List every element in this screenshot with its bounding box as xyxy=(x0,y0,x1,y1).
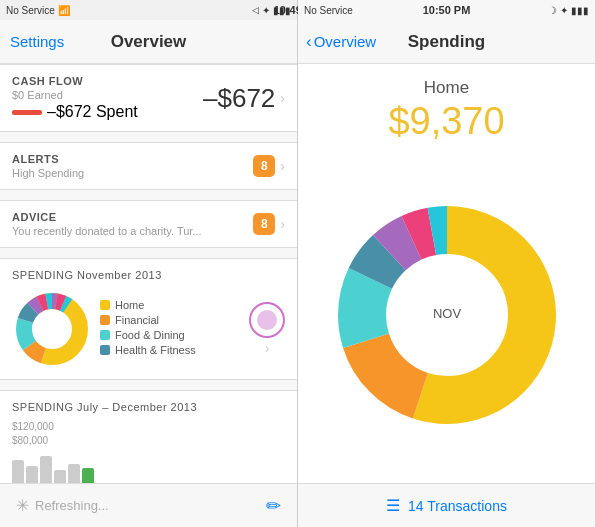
bar-4 xyxy=(54,470,66,483)
time-left: 10:49 PM xyxy=(274,4,298,16)
cash-flow-amount: –$672 xyxy=(203,83,275,114)
legend-home: Home xyxy=(100,299,241,311)
spending-nov-content: Home Financial Food & Dining Health & Fi… xyxy=(12,289,285,369)
alerts-badge: 8 xyxy=(253,155,275,177)
spinner-icon: ✳ xyxy=(16,496,29,515)
status-bar-right: No Service 10:50 PM ☽ ✦ ▮▮▮ xyxy=(298,0,595,20)
refresh-area: ✳ Refreshing... xyxy=(16,496,109,515)
donut-center-label: NOV xyxy=(432,306,461,321)
gap4 xyxy=(0,380,297,390)
cash-flow-title: CASH FLOW xyxy=(12,75,138,87)
legend-dot-financial xyxy=(100,315,110,325)
cash-flow-section[interactable]: CASH FLOW $0 Earned –$672 Spent –$672 › xyxy=(0,64,297,132)
alert-left: ALERTS High Spending xyxy=(12,153,84,179)
category-name: Home xyxy=(388,78,504,98)
bar-2 xyxy=(26,466,38,483)
chevron-right-advice: › xyxy=(280,216,285,232)
spending-jul-section[interactable]: SPENDING July – December 2013 $120,000 $… xyxy=(0,390,297,483)
right-icons-right: ☽ ✦ ▮▮▮ xyxy=(548,5,589,16)
spending-jul-period: July – December 2013 xyxy=(77,401,197,413)
no-service-right: No Service xyxy=(304,5,353,16)
advice-badge: 8 xyxy=(253,213,275,235)
back-label: Overview xyxy=(314,33,377,50)
legend-label-financial: Financial xyxy=(115,314,159,326)
legend-label-health: Health & Fitness xyxy=(115,344,196,356)
time-right: 10:50 PM xyxy=(423,4,471,16)
bar-1 xyxy=(12,460,24,483)
nav-bar-right: ‹ Overview Spending xyxy=(298,20,595,64)
circle-avatar xyxy=(249,302,285,338)
gap2 xyxy=(0,190,297,200)
back-button[interactable]: ‹ Overview xyxy=(306,32,376,52)
alert-right: 8 › xyxy=(253,155,285,177)
spending-title: Spending xyxy=(408,32,485,52)
advice-left: ADVICE You recently donated to a charity… xyxy=(12,211,202,237)
advice-section[interactable]: ADVICE You recently donated to a charity… xyxy=(0,200,297,248)
left-status-left: No Service 📶 xyxy=(6,5,70,16)
bluetooth-icon-left: ✦ xyxy=(262,5,270,16)
legend-dot-home xyxy=(100,300,110,310)
moon-icon: ☽ xyxy=(548,5,557,16)
edit-icon[interactable]: ✏ xyxy=(266,495,281,517)
bar-chart-area: $120,000 $80,000 xyxy=(12,421,285,483)
cash-flow-earned: $0 Earned xyxy=(12,89,138,101)
bar-label-120k: $120,000 xyxy=(12,421,54,432)
spending-nov-period: November 2013 xyxy=(77,269,162,281)
gap3 xyxy=(0,248,297,258)
small-donut-chart xyxy=(12,289,92,369)
right-content: Home $9,370 NOV ☰ 14 Transact xyxy=(298,64,595,527)
advice-right: 8 › xyxy=(253,213,285,235)
alerts-section[interactable]: ALERTS High Spending 8 › xyxy=(0,142,297,190)
legend-dot-food xyxy=(100,330,110,340)
advice-subtitle: You recently donated to a charity. Tur..… xyxy=(12,225,202,237)
spent-text: –$672 Spent xyxy=(47,103,138,121)
transactions-bar[interactable]: ☰ 14 Transactions xyxy=(298,483,595,527)
bar-6-green xyxy=(82,468,94,483)
left-content: CASH FLOW $0 Earned –$672 Spent –$672 › … xyxy=(0,64,297,483)
right-carrier: No Service xyxy=(304,5,353,16)
wifi-icon-left: 📶 xyxy=(58,5,70,16)
spending-nov-section[interactable]: SPENDING November 2013 xyxy=(0,258,297,380)
left-panel: No Service 📶 10:49 PM ◁ ✦ ▮▮▮ Settings O… xyxy=(0,0,298,527)
transactions-icon: ☰ xyxy=(386,496,400,515)
carrier-left: No Service xyxy=(6,5,55,16)
legend-label-food: Food & Dining xyxy=(115,329,185,341)
alerts-subtitle: High Spending xyxy=(12,167,84,179)
chevron-right-alerts: › xyxy=(280,158,285,174)
refresh-text: Refreshing... xyxy=(35,498,109,513)
chevron-right-cashflow: › xyxy=(280,90,285,106)
big-donut-container: NOV xyxy=(298,147,595,483)
bluetooth-icon-right: ✦ xyxy=(560,5,568,16)
transactions-count: 14 Transactions xyxy=(408,498,507,514)
spending-jul-title: SPENDING July – December 2013 xyxy=(12,401,285,413)
big-donut-chart: NOV xyxy=(332,200,562,430)
overview-title: Overview xyxy=(111,32,187,52)
right-panel: No Service 10:50 PM ☽ ✦ ▮▮▮ ‹ Overview S… xyxy=(298,0,595,527)
status-bar-left: No Service 📶 10:49 PM ◁ ✦ ▮▮▮ xyxy=(0,0,297,20)
bar-5 xyxy=(68,464,80,483)
bar-chart xyxy=(12,448,285,483)
legend-label-home: Home xyxy=(115,299,144,311)
alerts-title: ALERTS xyxy=(12,153,84,165)
circle-inner xyxy=(257,310,277,330)
category-header: Home $9,370 xyxy=(388,64,504,147)
spending-nov-title: SPENDING November 2013 xyxy=(12,269,285,281)
category-amount: $9,370 xyxy=(388,100,504,143)
battery-icon-right: ▮▮▮ xyxy=(571,5,589,16)
spending-nov-legend: Home Financial Food & Dining Health & Fi… xyxy=(100,299,241,359)
settings-button[interactable]: Settings xyxy=(10,33,64,50)
chevron-right-spending: › xyxy=(265,340,270,356)
legend-health: Health & Fitness xyxy=(100,344,241,356)
bottom-bar-left: ✳ Refreshing... ✏ xyxy=(0,483,297,527)
nav-bar-left: Settings Overview xyxy=(0,20,297,64)
cash-flow-right: –$672 › xyxy=(203,83,285,114)
location-icon: ◁ xyxy=(252,5,259,15)
spending-nov-right: › xyxy=(249,302,285,356)
advice-title: ADVICE xyxy=(12,211,202,223)
back-chevron-icon: ‹ xyxy=(306,32,312,52)
cash-flow-left: CASH FLOW $0 Earned –$672 Spent xyxy=(12,75,138,121)
bar-3 xyxy=(40,456,52,483)
bar-label-80k: $80,000 xyxy=(12,435,285,446)
svg-point-7 xyxy=(36,313,68,345)
gap1 xyxy=(0,132,297,142)
